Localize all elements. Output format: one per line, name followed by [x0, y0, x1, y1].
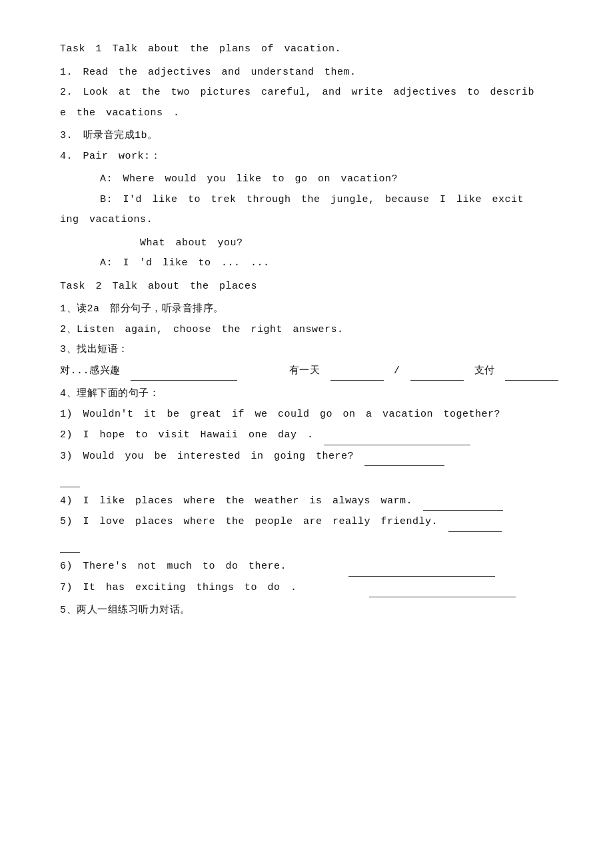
phrase-1: 对...感兴趣 — [60, 365, 121, 377]
phrase-3-fill2[interactable] — [505, 361, 558, 381]
phrase-3-label: 支付 — [474, 365, 495, 377]
task2-step4-label: 4、理解下面的句子： — [60, 385, 560, 404]
task2-sentence6: 6) There's not much to do there. — [60, 557, 560, 577]
sentence3-fill[interactable] — [364, 447, 444, 467]
dialog-b-line2: ing vacations. — [60, 211, 560, 230]
task2-step1: 1、读2a 部分句子，听录音排序。 — [60, 300, 560, 319]
dialog-a2: A: I 'd like to ... ... — [60, 254, 560, 273]
worksheet-container: Task 1 Talk about the plans of vacation.… — [60, 40, 560, 621]
task1-step1: 1. Read the adjectives and understand th… — [60, 63, 560, 83]
task2-sentence1: 1) Wouldn't it be great if we could go o… — [60, 405, 560, 425]
task1-step4: 4. Pair work:： — [60, 147, 560, 167]
sentence2-fill[interactable] — [324, 425, 470, 445]
task2-sentence2: 2) I hope to visit Hawaii one day . — [60, 425, 560, 445]
sentence4-fill[interactable] — [423, 491, 503, 511]
phrase-2-label: 有一天 — [289, 365, 320, 377]
phrase-3-fill[interactable] — [410, 361, 464, 381]
task1-step3: 3. 听录音完成1b。 — [60, 127, 560, 146]
task2-sentence5-line1: 5) I love places where the people are re… — [60, 512, 560, 532]
task2-sentence5-dash — [60, 533, 560, 553]
sentence7-fill[interactable] — [369, 578, 516, 598]
task2-heading: Task 2 Talk about the places — [60, 277, 560, 297]
dialog-b-line1: B: I'd like to trek through the jungle, … — [60, 191, 560, 210]
task1-step2-line1: 2. Look at the two pictures careful, and… — [60, 83, 560, 103]
sentence6-fill[interactable] — [348, 557, 495, 577]
task2-step3-label: 3、找出短语： — [60, 341, 560, 360]
phrase-2-fill[interactable] — [330, 361, 384, 381]
task2-sentence7: 7) It has exciting things to do . — [60, 578, 560, 598]
sentence5-fill[interactable] — [448, 512, 502, 532]
task2-sentence4: 4) I like places where the weather is al… — [60, 491, 560, 511]
task2-sentence3-dash — [60, 467, 560, 487]
dialog-a1: A: Where would you like to go on vacatio… — [60, 170, 560, 189]
task1-heading: Task 1 Talk about the plans of vacation. — [60, 40, 560, 59]
phrase-1-fill[interactable] — [131, 361, 237, 381]
task2-sentence3-line1: 3) Would you be interested in going ther… — [60, 447, 560, 467]
task2-step2: 2、Listen again, choose the right answers… — [60, 321, 560, 340]
task2-phrases-line: 对...感兴趣 有一天 / 支付 — [60, 361, 560, 381]
dialog-what: What about you? — [60, 234, 560, 253]
task1-step2-line2: e the vacations . — [60, 104, 560, 123]
task2-step5: 5、两人一组练习听力对话。 — [60, 601, 560, 621]
